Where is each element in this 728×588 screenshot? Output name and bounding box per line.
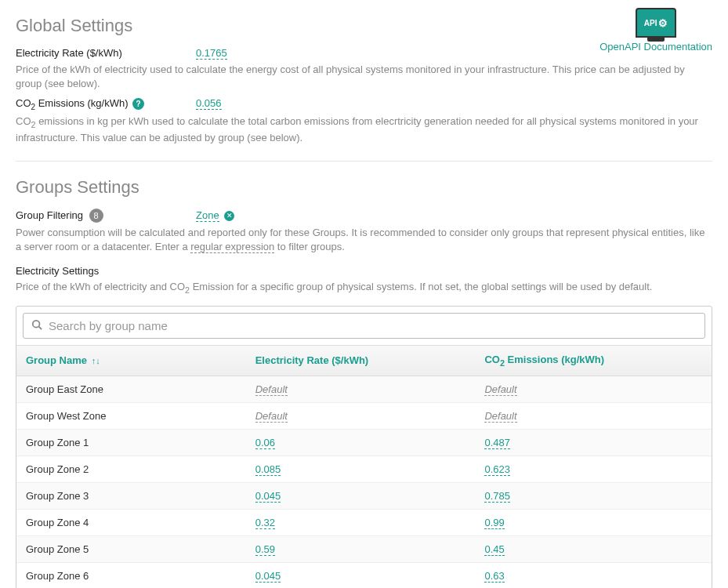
regular-expression-link[interactable]: regular expression	[190, 241, 274, 253]
remove-filter-icon[interactable]: ✕	[224, 211, 234, 221]
co2-emissions-editable[interactable]: 0.623	[484, 463, 510, 476]
co2-desc-prefix: CO	[16, 115, 31, 127]
svg-line-1	[39, 327, 42, 330]
co2-emissions-desc: CO2 emissions in kg per kWh used to calc…	[16, 114, 712, 145]
table-row: Group Zone 60.0450.63	[16, 562, 712, 588]
group-filtering-row: Group Filtering 8 Zone ✕	[16, 209, 712, 223]
cell-co2-emissions: 0.623	[475, 456, 712, 482]
table-row: Group Zone 30.0450.785	[16, 482, 712, 509]
electricity-rate-desc: Price of the kWh of electricity used to …	[16, 63, 712, 91]
co2-label-suffix: Emissions (kg/kWh)	[35, 97, 128, 109]
co2-emissions-editable[interactable]: 0.45	[484, 543, 504, 556]
co2-label-prefix: CO	[16, 97, 31, 109]
electricity-rate-editable[interactable]: 0.59	[255, 543, 275, 556]
electricity-rate-value[interactable]: 0.1765	[196, 47, 227, 60]
cell-co2-emissions: 0.63	[475, 562, 712, 588]
cell-co2-emissions: 0.99	[475, 509, 712, 535]
co2-emissions-editable[interactable]: 0.99	[484, 517, 504, 529]
electricity-rate-editable[interactable]: 0.06	[255, 437, 275, 449]
cell-electricity-rate: 0.59	[246, 535, 476, 562]
table-header-row: Group Name ↑↓ Electricity Rate ($/kWh) C…	[16, 346, 712, 376]
col3-prefix: CO	[484, 354, 500, 365]
cell-electricity-rate: 0.06	[246, 429, 476, 456]
col3-rest: Emissions (kg/kWh)	[505, 354, 604, 365]
openapi-documentation-link[interactable]: OpenAPI Documentation	[599, 41, 712, 53]
electricity-settings-desc: Price of the kWh of electricity and CO2 …	[16, 280, 712, 296]
col-header-electricity-rate[interactable]: Electricity Rate ($/kWh)	[246, 346, 476, 376]
cell-group-name: Group West Zone	[16, 402, 246, 429]
electricity-settings-label: Electricity Settings	[16, 265, 712, 277]
section-divider	[16, 161, 712, 162]
table-row: Group Zone 20.0850.623	[16, 456, 712, 482]
co2-emissions-editable[interactable]: 0.785	[484, 490, 510, 503]
help-icon[interactable]: ?	[132, 98, 144, 110]
gear-icon: ⚙	[658, 17, 668, 29]
table-row: Group Zone 40.320.99	[16, 509, 712, 535]
electricity-rate-editable[interactable]: 0.32	[255, 517, 275, 529]
col-header-co2-emissions[interactable]: CO2 Emissions (kg/kWh)	[475, 346, 712, 376]
cell-co2-emissions: Default	[475, 376, 712, 402]
elec-settings-desc-prefix: Price of the kWh of electricity and CO	[16, 281, 185, 292]
cell-electricity-rate: 0.045	[246, 562, 476, 588]
cell-co2-emissions: 0.45	[475, 535, 712, 562]
group-filter-chip[interactable]: Zone ✕	[196, 209, 234, 221]
co2-emissions-value[interactable]: 0.056	[196, 97, 222, 110]
electricity-rate-editable[interactable]: 0.045	[255, 570, 281, 583]
table-row: Group East ZoneDefaultDefault	[16, 376, 712, 402]
search-box[interactable]	[23, 313, 705, 339]
cell-group-name: Group Zone 3	[16, 482, 246, 509]
table-row: Group Zone 50.590.45	[16, 535, 712, 562]
filter-desc-suffix: to filter groups.	[274, 241, 345, 252]
cell-group-name: Group Zone 2	[16, 456, 246, 482]
search-wrap	[16, 307, 712, 345]
svg-point-0	[33, 321, 40, 328]
cell-electricity-rate: 0.085	[246, 456, 476, 482]
cell-electricity-rate: 0.32	[246, 509, 476, 535]
table-row: Group Zone 10.060.487	[16, 429, 712, 456]
co2-emissions-editable[interactable]: 0.63	[484, 570, 504, 583]
filter-desc-prefix: Power consumption will be calculated and…	[16, 227, 704, 252]
group-filtering-label: Group Filtering 8	[16, 209, 196, 223]
groups-table: Group Name ↑↓ Electricity Rate ($/kWh) C…	[16, 345, 712, 588]
co2-emissions-label: CO2 Emissions (kg/kWh) ?	[16, 97, 196, 111]
sort-icon: ↑↓	[92, 356, 100, 365]
co2-emissions-editable[interactable]: 0.487	[484, 437, 510, 449]
co2-emissions-row: CO2 Emissions (kg/kWh) ? 0.056	[16, 97, 712, 111]
co2-emissions-editable[interactable]: Default	[484, 410, 516, 423]
co2-desc-rest: emissions in kg per kWh used to calculat…	[16, 115, 698, 143]
cell-electricity-rate: Default	[246, 376, 476, 402]
api-icon-text: API	[644, 19, 657, 27]
table-row: Group West ZoneDefaultDefault	[16, 402, 712, 429]
electricity-rate-editable[interactable]: Default	[255, 383, 288, 396]
group-filtering-desc: Power consumption will be calculated and…	[16, 226, 712, 254]
cell-co2-emissions: 0.785	[475, 482, 712, 509]
cell-electricity-rate: Default	[246, 402, 476, 429]
cell-electricity-rate: 0.045	[246, 482, 476, 509]
elec-settings-desc-rest: Emission for a specific group of physica…	[190, 281, 652, 292]
groups-table-wrap: Group Name ↑↓ Electricity Rate ($/kWh) C…	[16, 306, 712, 588]
electricity-rate-editable[interactable]: 0.045	[255, 490, 281, 503]
cell-co2-emissions: 0.487	[475, 429, 712, 456]
cell-group-name: Group East Zone	[16, 376, 246, 402]
group-filtering-text: Group Filtering	[16, 209, 83, 221]
electricity-rate-label: Electricity Rate ($/kWh)	[16, 47, 196, 59]
electricity-rate-editable[interactable]: 0.085	[255, 463, 281, 476]
group-filter-chip-label[interactable]: Zone	[196, 209, 219, 222]
cell-group-name: Group Zone 5	[16, 535, 246, 562]
co2-emissions-editable[interactable]: Default	[484, 383, 516, 396]
search-icon	[31, 319, 42, 332]
groups-settings-heading: Groups Settings	[16, 177, 712, 198]
col1-text: Group Name	[26, 354, 87, 366]
cell-group-name: Group Zone 4	[16, 509, 246, 535]
api-icon: API ⚙	[636, 8, 676, 38]
electricity-rate-editable[interactable]: Default	[255, 410, 288, 423]
cell-group-name: Group Zone 6	[16, 562, 246, 588]
group-filtering-count-badge: 8	[89, 209, 103, 223]
openapi-doc-block: API ⚙ OpenAPI Documentation	[599, 8, 712, 53]
search-input[interactable]	[49, 319, 697, 332]
cell-co2-emissions: Default	[475, 402, 712, 429]
cell-group-name: Group Zone 1	[16, 429, 246, 456]
col-header-group-name[interactable]: Group Name ↑↓	[16, 346, 246, 376]
